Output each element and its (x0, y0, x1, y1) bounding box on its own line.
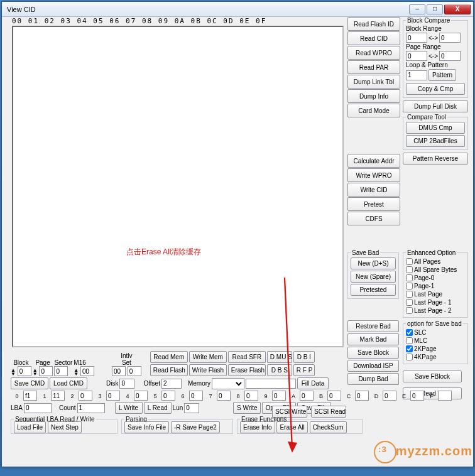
erase-all-button[interactable]: Erase All (276, 421, 307, 433)
hex-D[interactable] (383, 391, 396, 401)
l-write-button[interactable]: L Write (115, 402, 143, 414)
block-updown-icon[interactable]: ▲▼ (11, 369, 16, 376)
minimize-button[interactable]: – (409, 4, 425, 14)
hex-3[interactable] (106, 391, 120, 401)
cmp-2badfiles-button[interactable]: CMP 2BadFiles (406, 135, 465, 147)
page-updown-icon[interactable]: ▲▼ (33, 369, 38, 376)
disk-input[interactable] (119, 379, 134, 389)
write-wpro-button[interactable]: Write WPRO (347, 168, 400, 182)
opt-slc[interactable]: SLC (406, 328, 465, 337)
read-wpro-button[interactable]: Read WPRO (347, 46, 400, 60)
load-cmd-button[interactable]: Load CMD (50, 377, 87, 389)
hex-5[interactable] (161, 391, 175, 401)
block-range-from[interactable] (406, 33, 427, 43)
hex-9[interactable] (272, 391, 286, 401)
count-input[interactable] (77, 403, 105, 413)
close-button[interactable]: X (444, 4, 471, 14)
read-flash-button[interactable]: Read Flash (150, 364, 188, 376)
checksum-button[interactable]: CheckSum (310, 421, 347, 433)
hex-E[interactable] (410, 391, 424, 401)
titlebar: View CID – □ X (2, 2, 473, 17)
calculate-addr-button[interactable]: Calculate Addr (347, 154, 400, 168)
save-cmd-button[interactable]: Save CMD (11, 377, 48, 389)
hex-1[interactable] (51, 391, 65, 401)
page-input[interactable] (39, 366, 53, 376)
save-info-file-button[interactable]: Save Info File (124, 421, 169, 433)
m16-updown-icon[interactable]: ▲▼ (74, 369, 79, 376)
dump-info-button[interactable]: Dump Info (347, 89, 400, 103)
fill-data-button[interactable]: Fill Data (297, 377, 329, 389)
pattern-reverse-button[interactable]: Pattern Reverse (403, 153, 468, 165)
hex-B[interactable] (327, 391, 341, 401)
s-write-button[interactable]: S Write (233, 402, 261, 414)
enh-all-spare-bytes[interactable]: All Spare Bytes (406, 266, 465, 274)
read-flash-id-button[interactable]: Read Flash ID (347, 17, 400, 31)
hex-A[interactable] (300, 391, 314, 401)
dump-link-tbl-button[interactable]: Dump Link Tbl (347, 75, 400, 89)
opt-mlc[interactable]: MLC (406, 337, 465, 345)
enh-page-1[interactable]: Page-1 (406, 282, 465, 290)
hex-8[interactable] (244, 391, 258, 401)
loop-count[interactable] (406, 70, 427, 80)
memory-select[interactable] (212, 378, 244, 389)
scsi-write-button[interactable]: SCSI Write (272, 406, 307, 418)
hex-2[interactable] (79, 391, 92, 401)
hex-viewer[interactable]: 点击Erase All清除缓存 (12, 26, 344, 347)
dmus-button[interactable]: D MU S (267, 351, 292, 363)
load-file-button[interactable]: Load File (14, 421, 46, 433)
write-flash-button[interactable]: Write Flash (189, 364, 227, 376)
new-spare-button[interactable]: New (Spare) (351, 271, 396, 283)
intlv2-input[interactable] (128, 366, 141, 376)
pretest-button[interactable]: Pretest (347, 197, 400, 211)
sector-input[interactable] (54, 366, 68, 376)
erase-flash-button[interactable]: Erase Flash (228, 364, 266, 376)
hex-0[interactable] (23, 391, 37, 401)
read-par-button[interactable]: Read PAR (347, 60, 400, 74)
restore-bad-button[interactable]: Restore Bad (347, 320, 399, 332)
enh-last-page[interactable]: Last Page (406, 290, 465, 298)
lun-input[interactable] (184, 403, 199, 413)
block-input[interactable] (18, 366, 31, 376)
m16-input[interactable] (80, 366, 94, 376)
hex-4[interactable] (134, 391, 148, 401)
enh-last-page---1[interactable]: Last Page - 1 (406, 298, 465, 306)
new-ds-button[interactable]: New (D+S) (351, 257, 396, 269)
pretested-button[interactable]: Pretested (351, 284, 396, 296)
hex-F[interactable] (438, 391, 452, 401)
l-read-button[interactable]: L Read (144, 402, 172, 414)
scsi-read-button[interactable]: SCSI Read (311, 406, 346, 418)
next-step-button[interactable]: Next Step (48, 421, 82, 433)
copy-cmp-button[interactable]: Copy & Cmp (406, 83, 465, 95)
read-sfr-button[interactable]: Read SFR (228, 351, 266, 363)
intlv-input[interactable] (112, 366, 126, 376)
read-mem-button[interactable]: Read Mem (150, 351, 188, 363)
lba-input[interactable] (24, 403, 52, 413)
card-mode-button[interactable]: Card Mode (347, 104, 400, 117)
mark-bad-button[interactable]: Mark Bad (347, 333, 399, 345)
dmus-cmp-button[interactable]: DMUS Cmp (406, 122, 465, 134)
hex-C[interactable] (355, 391, 369, 401)
offset-input[interactable] (161, 379, 182, 389)
page-range-to[interactable] (439, 51, 461, 61)
rfp-button[interactable]: R F P (293, 364, 315, 376)
write-mem-button[interactable]: Write Mem (189, 351, 227, 363)
block-range-to[interactable] (439, 33, 461, 43)
memory-input[interactable] (246, 379, 296, 389)
r-save-page2-button[interactable]: -R Save Page2 (171, 421, 220, 433)
cdfs-button[interactable]: CDFS (347, 212, 400, 225)
enh-page-0[interactable]: Page-0 (406, 274, 465, 282)
erase-info-button[interactable]: Erase Info (240, 421, 275, 433)
read-cid-button[interactable]: Read CID (347, 31, 400, 45)
hex-6[interactable] (189, 391, 203, 401)
dump-full-disk-button[interactable]: Dump Full Disk (403, 100, 468, 112)
dbi-button[interactable]: D B I (293, 351, 315, 363)
page-range-from[interactable] (406, 51, 427, 61)
enh-all-pages[interactable]: All Pages (406, 257, 465, 266)
compare-tool-group: Compare Tool DMUS Cmp CMP 2BadFiles (403, 114, 468, 150)
hex-7[interactable] (217, 391, 231, 401)
enh-last-page---2[interactable]: Last Page - 2 (406, 306, 465, 315)
pattern-button[interactable]: Pattern (429, 69, 456, 81)
write-cid-button[interactable]: Write CID (347, 183, 400, 197)
dbs-button[interactable]: D B S (267, 364, 292, 376)
maximize-button[interactable]: □ (427, 4, 443, 14)
